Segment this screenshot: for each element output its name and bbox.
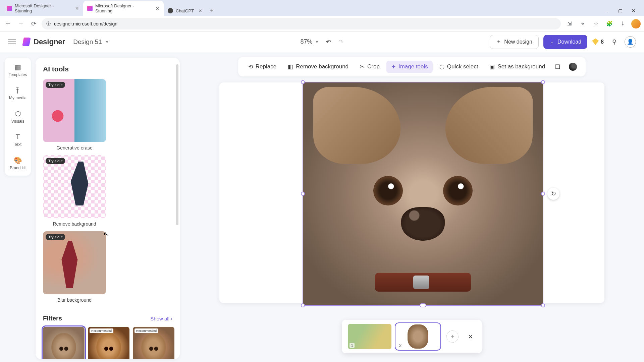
filter-normal: Normal: [43, 327, 85, 359]
show-all-label: Show all: [150, 316, 169, 321]
favicon-designer-icon: [87, 6, 93, 11]
downloads-icon[interactable]: ⭳: [618, 19, 628, 29]
filter-thumb[interactable]: Recommended: [88, 327, 129, 359]
profile-avatar[interactable]: [631, 19, 641, 28]
rotate-handle[interactable]: ↻: [547, 188, 559, 200]
credits-badge[interactable]: 8: [592, 39, 604, 45]
palette-icon: 🎨: [14, 156, 22, 164]
close-icon[interactable]: ✕: [155, 6, 160, 11]
ai-tool-thumb[interactable]: Try it out: [43, 79, 106, 142]
browser-tab-active[interactable]: Microsoft Designer - Stunning ✕: [83, 1, 164, 16]
crop-button[interactable]: ✂ Crop: [355, 61, 384, 73]
undo-button[interactable]: ↶: [326, 38, 331, 46]
replace-button[interactable]: ⟲ Replace: [244, 61, 281, 73]
page-thumbnail-1[interactable]: 1: [348, 324, 391, 349]
filter-thumb[interactable]: Recommended: [133, 327, 174, 359]
header-right: ＋ New design ⭳ Download 8 ⚲ 👤: [490, 35, 636, 49]
thumb-graphic: [61, 241, 79, 288]
forward-button[interactable]: →: [16, 19, 25, 28]
resize-handle[interactable]: [541, 303, 545, 307]
show-all-button[interactable]: Show all ›: [150, 316, 172, 321]
sparkle-icon: ✦: [391, 63, 396, 70]
app-header: Designer Design 51 ▼ 87% ▼ ↶ ↷ ＋ New des…: [0, 32, 644, 52]
close-icon[interactable]: ✕: [198, 8, 203, 13]
ai-tool-label: Blur background: [43, 297, 106, 303]
ai-tool-generative-erase: Try it out Generative erase: [43, 79, 106, 150]
iconbar-label: Templates: [9, 72, 27, 77]
designer-logo-icon: [22, 38, 31, 46]
thumb-graphic: [51, 333, 76, 359]
url-text: designer.microsoft.com/design: [54, 21, 117, 26]
iconbar-visuals[interactable]: ⬡ Visuals: [5, 108, 31, 125]
layers-button[interactable]: ❏: [552, 61, 564, 73]
browser-tab[interactable]: Microsoft Designer - Stunning ✕: [3, 1, 83, 16]
add-page-button[interactable]: +: [446, 330, 459, 343]
favicon-designer-icon: [7, 6, 12, 11]
address-bar[interactable]: ⓘ designer.microsoft.com/design: [42, 18, 561, 29]
new-tab-button[interactable]: +: [207, 5, 217, 16]
filter-lively: Recommended Lively: [133, 327, 174, 359]
filter-thumb[interactable]: [43, 327, 85, 359]
resize-handle[interactable]: [301, 303, 305, 307]
reload-button[interactable]: ⟳: [29, 19, 38, 28]
maximize-button[interactable]: ▢: [617, 8, 623, 13]
site-info-icon[interactable]: ⓘ: [46, 21, 51, 27]
translate-icon[interactable]: ⌖: [578, 19, 588, 29]
design-name-dropdown[interactable]: Design 51 ▼: [73, 38, 109, 46]
iconbar-templates[interactable]: ▦ Templates: [5, 62, 31, 78]
minimize-button[interactable]: ─: [604, 8, 610, 13]
person-icon: 👤: [627, 39, 634, 45]
scrollbar[interactable]: [176, 64, 178, 225]
brand[interactable]: Designer: [22, 38, 65, 46]
tab-title: Microsoft Designer - Stunning: [15, 3, 70, 13]
ai-tool-thumb[interactable]: Try it out: [43, 155, 106, 218]
page-thumbnail-2[interactable]: 2: [396, 324, 440, 349]
remove-background-button[interactable]: ◧ Remove background: [283, 61, 353, 73]
close-window-button[interactable]: ✕: [631, 8, 637, 13]
install-app-icon[interactable]: ⇲: [564, 19, 574, 29]
download-label: Download: [557, 39, 581, 45]
filter-row: Normal Recommended Punch Recommended Liv…: [43, 327, 172, 359]
resize-handle[interactable]: [541, 192, 545, 196]
color-button[interactable]: [566, 60, 580, 73]
download-icon: ⭳: [549, 39, 555, 45]
filters-title: Filters: [43, 315, 62, 322]
download-button[interactable]: ⭳ Download: [543, 35, 587, 49]
iconbar-my-media[interactable]: ⭱ My media: [5, 85, 31, 102]
zoom-control[interactable]: 87% ▼: [301, 38, 319, 45]
browser-tab[interactable]: ChatGPT ✕: [164, 5, 207, 16]
iconbar-brand-kit[interactable]: 🎨 Brand kit: [5, 155, 31, 172]
account-button[interactable]: 👤: [625, 36, 636, 48]
extensions-icon[interactable]: 🧩: [604, 19, 614, 29]
quick-select-button[interactable]: ◌ Quick select: [435, 61, 483, 73]
close-tray-button[interactable]: ✕: [465, 331, 476, 342]
resize-handle[interactable]: [420, 303, 426, 307]
visuals-icon: ⬡: [15, 110, 21, 118]
eraser-icon: ◧: [288, 63, 293, 70]
back-button[interactable]: ←: [3, 19, 13, 28]
ai-tool-thumb[interactable]: Try it out: [43, 231, 106, 294]
image-graphic: [413, 276, 429, 289]
header-center: 87% ▼ ↶ ↷: [301, 38, 344, 46]
menu-button[interactable]: [8, 38, 16, 46]
image-selection[interactable]: ↻: [303, 82, 543, 306]
image-graphic: [313, 87, 400, 164]
image-tools-button[interactable]: ✦ Image tools: [386, 61, 433, 73]
iconbar-label: My media: [9, 96, 26, 100]
tool-label: Quick select: [447, 63, 478, 70]
resize-handle[interactable]: [301, 192, 305, 196]
page-number: 1: [350, 343, 355, 348]
canvas-image[interactable]: [303, 82, 543, 305]
resize-handle[interactable]: [301, 80, 305, 84]
share-button[interactable]: ⚲: [608, 36, 620, 48]
redo-button[interactable]: ↷: [338, 38, 343, 46]
resize-handle[interactable]: [541, 80, 545, 84]
new-design-button[interactable]: ＋ New design: [490, 35, 539, 49]
iconbar-text[interactable]: T Text: [5, 132, 31, 148]
set-as-background-button[interactable]: ▣ Set as background: [485, 61, 550, 73]
canvas-frame[interactable]: ↻: [219, 82, 604, 303]
bookmark-icon[interactable]: ☆: [591, 19, 601, 29]
text-icon: T: [16, 133, 20, 141]
close-icon[interactable]: ✕: [74, 6, 79, 11]
filter-punch: Recommended Punch: [88, 327, 129, 359]
